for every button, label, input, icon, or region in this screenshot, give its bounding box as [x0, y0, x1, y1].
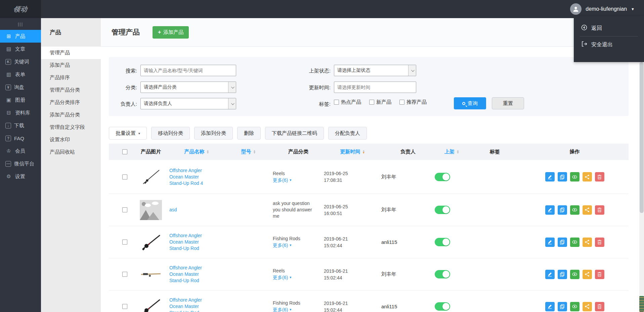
edit-button[interactable]: [545, 302, 555, 311]
delete-button[interactable]: [595, 172, 604, 181]
delete-button[interactable]: [595, 205, 604, 215]
tag-option[interactable]: 热点产品: [334, 99, 361, 105]
preview-button[interactable]: [570, 270, 579, 279]
tag-option[interactable]: 新产品: [369, 99, 391, 105]
copy-button[interactable]: [558, 172, 567, 181]
product-image-rod-flat[interactable]: [140, 266, 162, 283]
delete-button[interactable]: [595, 238, 604, 247]
bulk-action-button[interactable]: 删除: [237, 127, 261, 140]
sidebar-item-article[interactable]: ▤文章: [0, 43, 41, 55]
copy-button[interactable]: [558, 238, 567, 247]
copy-button[interactable]: [558, 270, 567, 279]
product-name-link[interactable]: Offshore AnglerOcean MasterStand-Up Rod: [169, 265, 224, 284]
bulk-action-button[interactable]: 下载产品链接二维码: [265, 127, 324, 140]
sidebar-item-faq[interactable]: ?FAQ: [0, 132, 41, 145]
product-image-rod-reel[interactable]: [140, 234, 162, 251]
sort-icon[interactable]: ▲▼: [457, 150, 459, 154]
submenu-item[interactable]: 管理产品: [41, 47, 101, 59]
column-header[interactable]: 产品名称▲▼: [169, 149, 224, 155]
row-checkbox[interactable]: [122, 174, 127, 179]
share-button[interactable]: [583, 270, 592, 279]
sidebar-item-member[interactable]: ♔会员: [0, 145, 41, 157]
share-button[interactable]: [583, 172, 592, 181]
preview-button[interactable]: [570, 172, 579, 181]
row-checkbox[interactable]: [122, 207, 127, 212]
preview-button[interactable]: [570, 205, 579, 215]
row-checkbox[interactable]: [122, 240, 127, 245]
publish-toggle[interactable]: [435, 270, 450, 278]
row-checkbox[interactable]: [122, 272, 127, 277]
publish-toggle[interactable]: [435, 238, 450, 246]
bulk-action-button[interactable]: 批量设置▾: [109, 127, 147, 140]
bulk-action-button[interactable]: 分配负责人: [328, 127, 367, 140]
select-all-checkbox[interactable]: [122, 149, 127, 154]
delete-button[interactable]: [595, 270, 604, 279]
category-more-link[interactable]: 更多(6)▼: [273, 177, 324, 184]
submenu-item[interactable]: 添加产品分类: [41, 109, 101, 121]
share-button[interactable]: [583, 205, 592, 215]
page-scrollbar-track[interactable]: [639, 18, 644, 312]
category-more-link[interactable]: 更多(6)▼: [273, 274, 324, 281]
submenu-item[interactable]: 添加产品: [41, 59, 101, 71]
update-time-input[interactable]: [337, 85, 416, 90]
tag-option[interactable]: 推荐产品: [399, 99, 427, 105]
sidebar-item-settings[interactable]: ⚙设置: [0, 170, 41, 183]
product-image-rod-reel[interactable]: [140, 298, 162, 312]
product-image-placeholder[interactable]: [140, 202, 162, 218]
product-name-link[interactable]: asd: [169, 207, 224, 213]
column-header[interactable]: 更新时间▲▼: [324, 149, 381, 155]
submenu-item[interactable]: 产品分类排序: [41, 96, 101, 109]
submenu-item[interactable]: 管理自定义字段: [41, 121, 101, 134]
category-more-link[interactable]: 更多(6)▼: [273, 306, 324, 312]
sidebar-item-grid[interactable]: ⊞产品: [0, 30, 41, 43]
edit-button[interactable]: [545, 172, 555, 181]
category-select[interactable]: 请选择产品分类: [140, 82, 236, 93]
sidebar-item-inquiry[interactable]: ¥询盘: [0, 81, 41, 94]
sidebar-item-album[interactable]: ▣图册: [0, 94, 41, 106]
sidebar-item-form[interactable]: ▥表单: [0, 68, 41, 81]
preview-button[interactable]: [570, 238, 579, 247]
sort-icon[interactable]: ▲▼: [207, 150, 209, 154]
tag-checkbox[interactable]: [369, 100, 374, 105]
share-button[interactable]: [583, 238, 592, 247]
copy-button[interactable]: [558, 205, 567, 215]
query-button[interactable]: 查询: [454, 97, 486, 109]
status-select[interactable]: 请选择上架状态: [334, 65, 416, 76]
menu-item-logout[interactable]: 安全退出: [574, 37, 644, 52]
column-header[interactable]: 上架▲▼: [435, 149, 469, 155]
owner-select[interactable]: 请选择负责人: [140, 98, 236, 109]
submenu-item[interactable]: 产品排序: [41, 71, 101, 84]
sidebar-collapse-button[interactable]: |||: [0, 18, 41, 30]
publish-toggle[interactable]: [435, 302, 450, 311]
bulk-action-button[interactable]: 添加到分类: [194, 127, 233, 140]
product-name-link[interactable]: Offshore AnglerOcean MasterStand-Up Rod: [169, 232, 224, 252]
edit-button[interactable]: [545, 238, 555, 247]
sidebar-item-wechat[interactable]: ⋯微信平台: [0, 157, 41, 170]
edit-button[interactable]: [545, 205, 555, 215]
submenu-item[interactable]: 管理产品分类: [41, 84, 101, 96]
delete-button[interactable]: [595, 302, 604, 311]
product-image-rod-thin[interactable]: [140, 168, 162, 185]
edit-button[interactable]: [545, 270, 555, 279]
submenu-item[interactable]: 产品回收站: [41, 146, 101, 158]
product-name-link[interactable]: Offshore AnglerOcean MasterStand-Up Rod …: [169, 167, 224, 187]
menu-item-back[interactable]: 返回: [574, 21, 644, 36]
sort-icon[interactable]: ▲▼: [362, 150, 365, 154]
copy-button[interactable]: [558, 302, 567, 311]
tag-checkbox[interactable]: [399, 100, 404, 105]
category-more-link[interactable]: 更多(6)▼: [273, 242, 324, 249]
sidebar-item-library[interactable]: ⊟资料库: [0, 106, 41, 119]
reset-button[interactable]: 重置: [492, 97, 524, 109]
tag-checkbox[interactable]: [334, 100, 339, 105]
sidebar-item-keyword[interactable]: K关键词: [0, 55, 41, 68]
app-logo[interactable]: 领动: [0, 0, 41, 18]
share-button[interactable]: [583, 302, 592, 311]
preview-button[interactable]: [570, 302, 579, 311]
publish-toggle[interactable]: [435, 173, 450, 181]
search-input[interactable]: [144, 68, 236, 73]
column-header[interactable]: 型号▲▼: [224, 149, 273, 155]
submenu-item[interactable]: 设置水印: [41, 134, 101, 146]
product-name-link[interactable]: Offshore AnglerOcean MasterStand-Up Rod: [169, 297, 224, 312]
user-menu-trigger[interactable]: demo-liufengnian ▼: [570, 3, 644, 15]
add-product-button[interactable]: + 添加产品: [153, 26, 189, 39]
